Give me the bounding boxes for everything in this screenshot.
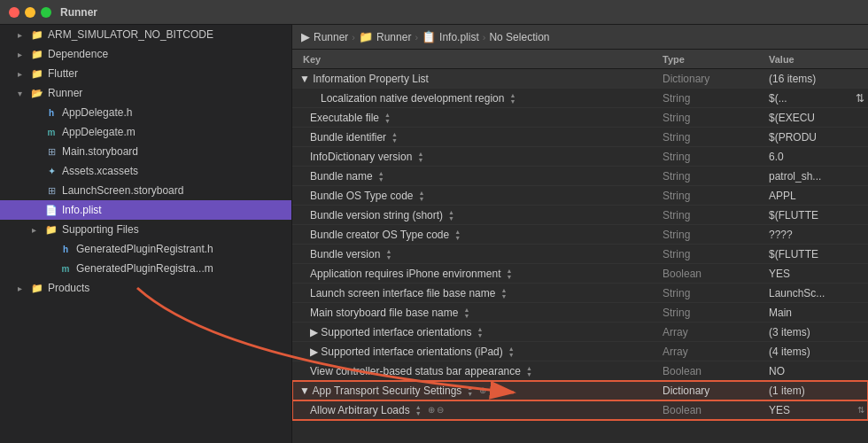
folder-icon: 📁 <box>30 66 44 81</box>
row-value: APPL <box>762 190 868 202</box>
sidebar-item-label: Assets.xcassets <box>62 165 138 177</box>
table-row-main-storyboard[interactable]: Main storyboard file base name ▲▼ String… <box>292 303 868 323</box>
row-value: Main <box>762 307 868 319</box>
table-row-allow-arbitrary[interactable]: Allow Arbitrary Loads ▲▼ ⊕ ⊖ Boolean YES… <box>292 400 868 420</box>
col-header-value: Value <box>762 54 868 65</box>
arrow-icon <box>18 50 28 59</box>
row-type: String <box>655 112 762 124</box>
plist-icon: 📄 <box>44 203 58 217</box>
assets-icon: ✦ <box>44 164 58 178</box>
arrow-icon <box>32 225 43 235</box>
sidebar-item-genplugin-m[interactable]: m GeneratedPluginRegistra...m <box>0 259 291 278</box>
table-row[interactable]: ▶ Supported interface orientations ▲▼ Ar… <box>292 323 868 342</box>
table-row[interactable]: Bundle version string (short) ▲▼ String … <box>292 206 868 225</box>
row-type: String <box>655 170 762 183</box>
row-type: Boolean <box>655 365 762 377</box>
maximize-button[interactable] <box>41 7 51 18</box>
sidebar-item-label: GeneratedPluginRegistrant.h <box>76 243 213 255</box>
folder-icon: 📁 <box>30 47 44 61</box>
sidebar-item-assets[interactable]: ✦ Assets.xcassets <box>0 161 291 181</box>
sidebar-item-label: AppDelegate.m <box>62 126 136 138</box>
table-row[interactable]: Application requires iPhone environment … <box>292 264 868 284</box>
sidebar-item-flutter[interactable]: 📁 Flutter <box>0 64 291 83</box>
m-file-icon: m <box>44 125 58 139</box>
row-key: Main storyboard file base name ▲▼ <box>292 307 655 319</box>
bc-no-selection-label: No Selection <box>489 31 549 43</box>
row-key: Allow Arbitrary Loads ▲▼ ⊕ ⊖ <box>292 404 655 416</box>
col-header-type: Type <box>655 54 762 65</box>
sidebar-item-label: Flutter <box>48 67 78 80</box>
table-row[interactable]: Bundle name ▲▼ String patrol_sh... <box>292 167 868 186</box>
table-header: Key Type Value <box>292 50 868 69</box>
sidebar-item-appdelegate-m[interactable]: m AppDelegate.m <box>0 122 291 142</box>
row-value: 6.0 <box>762 151 868 163</box>
table-row[interactable]: ▶ Supported interface orientations (iPad… <box>292 342 868 361</box>
row-key: Bundle version ▲▼ <box>292 248 655 260</box>
storyboard-icon: ⊞ <box>44 183 58 198</box>
row-type: String <box>655 307 762 319</box>
folder-icon: 📁 <box>30 281 44 295</box>
sidebar-item-label: Supporting Files <box>62 223 139 236</box>
content-area: ▶ Runner › 📁 Runner › 📋 Info.plist › No … <box>292 25 868 443</box>
sidebar-item-supporting[interactable]: 📁 Supporting Files <box>0 220 291 239</box>
sidebar-item-label: Main.storyboard <box>62 145 138 158</box>
table-row[interactable]: Bundle creator OS Type code ▲▼ String ??… <box>292 225 868 245</box>
row-value: (16 items) <box>762 73 868 85</box>
row-type: Dictionary <box>655 73 762 85</box>
sidebar-item-dependence[interactable]: 📁 Dependence <box>0 44 291 64</box>
row-value: LaunchSc... <box>762 287 868 299</box>
sidebar-item-products[interactable]: 📁 Products <box>0 278 291 298</box>
bc-no-selection: No Selection <box>489 31 549 43</box>
row-value: $(FLUTTE <box>762 209 868 222</box>
table-row[interactable]: Bundle OS Type code ▲▼ String APPL <box>292 186 868 206</box>
sidebar-item-launchscreen[interactable]: ⊞ LaunchScreen.storyboard <box>0 181 291 200</box>
sidebar-item-arm[interactable]: 📁 ARM_SIMULATOR_NO_BITCODE <box>0 25 291 44</box>
table-row[interactable]: InfoDictionary version ▲▼ String 6.0 <box>292 147 868 167</box>
close-button[interactable] <box>9 7 19 18</box>
row-value: (4 items) <box>762 346 868 358</box>
table-row[interactable]: Bundle identifier ▲▼ String $(PRODU <box>292 128 868 147</box>
table-row[interactable]: Launch screen interface file base name ▲… <box>292 284 868 303</box>
breadcrumb: ▶ Runner › 📁 Runner › 📋 Info.plist › No … <box>292 25 868 50</box>
folder-open-icon: 📂 <box>30 86 44 100</box>
row-value: YES ⇅ <box>762 404 868 416</box>
sidebar-item-genplugin-h[interactable]: h GeneratedPluginRegistrant.h <box>0 239 291 259</box>
minimize-button[interactable] <box>25 7 35 18</box>
row-value: $(...⇅ <box>762 92 868 105</box>
sidebar-item-info-plist[interactable]: 📄 Info.plist <box>0 200 291 220</box>
row-key: InfoDictionary version ▲▼ <box>292 151 655 163</box>
sidebar-item-appdelegate-h[interactable]: h AppDelegate.h <box>0 103 291 122</box>
m-file-icon: m <box>58 261 73 276</box>
row-key: ▼ Information Property List <box>292 73 655 85</box>
col-header-key: Key <box>292 54 655 65</box>
row-value: YES <box>762 268 868 280</box>
sidebar-item-label: Runner <box>48 87 82 99</box>
sidebar-item-label: ARM_SIMULATOR_NO_BITCODE <box>48 28 213 41</box>
sidebar-item-main-storyboard[interactable]: ⊞ Main.storyboard <box>0 142 291 161</box>
row-value: NO <box>762 365 868 377</box>
arrow-icon <box>18 89 28 98</box>
table-row[interactable]: Localization native development region ▲… <box>292 89 868 108</box>
table-row[interactable]: ▼ Information Property List Dictionary (… <box>292 69 868 89</box>
h-file-icon: h <box>44 105 58 120</box>
row-key: ▼ App Transport Security Settings ▲▼ ⊕ ⊖ <box>292 385 655 397</box>
row-key: Bundle name ▲▼ <box>292 170 655 183</box>
window-title: Runner <box>60 6 97 19</box>
arrow-icon <box>18 69 28 79</box>
row-value: $(PRODU <box>762 131 868 144</box>
table-row[interactable]: Executable file ▲▼ String $(EXECU <box>292 108 868 128</box>
row-key: ▶ Supported interface orientations ▲▼ <box>292 326 655 338</box>
table-row[interactable]: View controller-based status bar appeara… <box>292 361 868 381</box>
sidebar-item-label: GeneratedPluginRegistra...m <box>76 262 213 275</box>
sidebar-item-label: AppDelegate.h <box>62 106 132 119</box>
row-type: String <box>655 131 762 144</box>
row-key: Bundle version string (short) ▲▼ <box>292 209 655 222</box>
row-type: Boolean <box>655 404 762 416</box>
row-type: String <box>655 229 762 241</box>
table-row[interactable]: Bundle version ▲▼ String $(FLUTTE <box>292 245 868 264</box>
table-row-app-transport[interactable]: ▼ App Transport Security Settings ▲▼ ⊕ ⊖… <box>292 381 868 400</box>
table-body: ▼ Information Property List Dictionary (… <box>292 69 868 443</box>
sidebar-item-runner[interactable]: 📂 Runner <box>0 83 291 103</box>
bc-runner-label: Runner <box>314 31 348 43</box>
row-type: String <box>655 248 762 260</box>
